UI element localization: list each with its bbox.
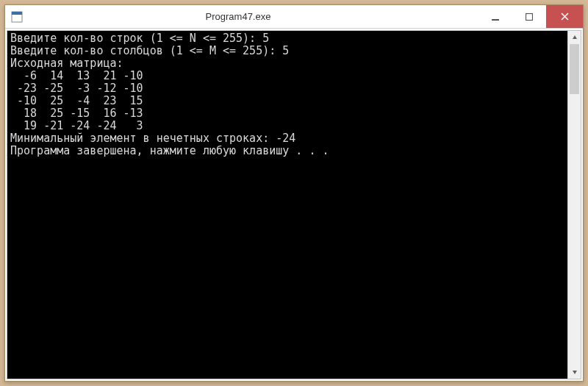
titlebar[interactable]: Program47.exe — [5, 5, 583, 29]
console-line: 19 -21 -24 -24 3 — [10, 120, 564, 132]
scroll-down-icon[interactable] — [568, 365, 581, 379]
minimize-button[interactable] — [478, 5, 512, 28]
console-line: -6 14 13 21 -10 — [10, 70, 564, 82]
window-title: Program47.exe — [27, 11, 449, 22]
svg-rect-1 — [12, 12, 22, 15]
scroll-thumb[interactable] — [570, 44, 579, 94]
console-line: Исходная матрица: — [10, 57, 564, 70]
vertical-scrollbar[interactable] — [567, 31, 581, 379]
app-icon — [11, 11, 23, 23]
console-line: Введите кол-во столбцов (1 <= M <= 255):… — [10, 45, 564, 57]
console-line: -10 25 -4 23 15 — [10, 95, 564, 107]
console-line: 18 25 -15 16 -13 — [10, 107, 564, 120]
titlebar-buttons — [478, 5, 583, 28]
console-line: Минимальный элемент в нечетных строках: … — [10, 132, 564, 145]
console-line: -23 -25 -3 -12 -10 — [10, 82, 564, 95]
svg-rect-3 — [526, 13, 533, 20]
console-window: Program47.exe Введите кол-во строк (1 <=… — [4, 4, 584, 382]
console-line: Введите кол-во строк (1 <= N <= 255): 5 — [10, 32, 564, 45]
svg-rect-2 — [492, 19, 499, 21]
console-line: Программа завершена, нажмите любую клави… — [10, 145, 564, 157]
scroll-up-icon[interactable] — [568, 31, 581, 44]
client-area: Введите кол-во строк (1 <= N <= 255): 5В… — [7, 30, 581, 379]
console-output: Введите кол-во строк (1 <= N <= 255): 5В… — [7, 31, 567, 379]
maximize-button[interactable] — [512, 5, 546, 28]
close-button[interactable] — [546, 5, 583, 28]
scroll-track[interactable] — [568, 44, 581, 365]
